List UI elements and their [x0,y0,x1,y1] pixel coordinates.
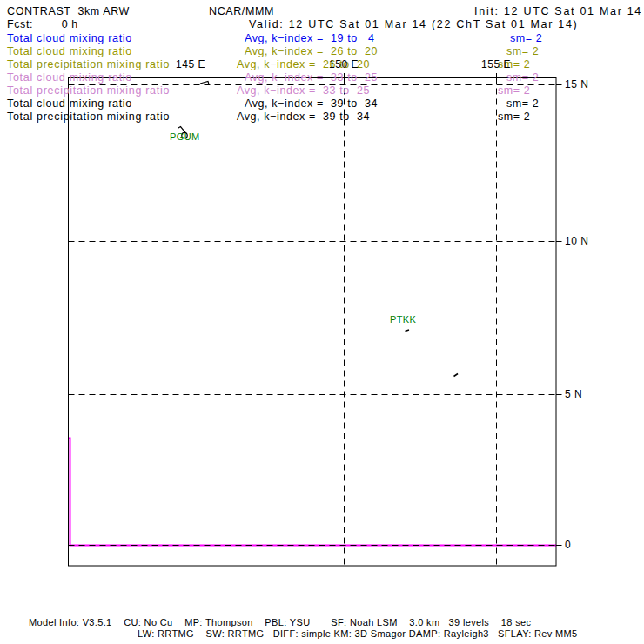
valid-time-label: Valid: 12 UTC Sat 01 Mar 14 (22 ChT Sat … [249,19,578,30]
map-plot [0,0,644,644]
field-kindex: Avg, k−index = 33 to 25 [245,71,378,84]
field-kindex: Avg, k−index = 33 to 25 [237,84,370,97]
lon-label-150e: 150 E [329,58,359,70]
field-row-precip-violet: Total precipitation mixing ratio Avg, k−… [0,84,644,97]
ptkk-station-mark-icon [406,330,410,332]
model-plot-page: CONTRAST 3km ARW NCAR/MMM Init: 12 UTC S… [0,0,644,644]
field-label: Total precipitation mixing ratio [7,111,170,123]
field-smoothing: sm= 2 [506,45,539,57]
lon-label-155e: 155 E [481,58,511,70]
lat-label-5n: 5 N [565,388,582,400]
model-info-line2: LW: RRTMG SW: RRTMG DIFF: simple KM: 3D … [138,628,578,639]
field-label: Total cloud mixing ratio [7,32,132,44]
map-frame [69,73,562,566]
field-label: Total cloud mixing ratio [7,97,132,110]
field-kindex: Avg, k−index = 26 to 20 [245,45,378,57]
lat-label-10n: 10 N [565,235,588,247]
field-label: Total precipitation mixing ratio [7,58,170,70]
map-border [69,78,557,567]
field-label: Total precipitation mixing ratio [7,84,170,97]
field-smoothing: sm= 2 [498,84,530,97]
field-smoothing: sm= 2 [498,111,530,123]
field-smoothing: sm= 2 [506,97,539,110]
field-kindex: Avg, k−index = 39 to 34 [245,97,378,110]
lat-label-0: 0 [565,539,571,551]
field-kindex: Avg, k−index = 39 to 34 [237,111,370,123]
field-kindex: Avg, k−index = 19 to 4 [245,32,375,44]
field-row-precip-black: Total precipitation mixing ratio Avg, k−… [0,111,644,123]
model-info-line1: Model Info: V3.5.1 CU: No Cu MP: Thompso… [29,617,531,627]
station-label-ptkk: PTKK [390,314,416,325]
station-label-pgum: PGUM [170,131,200,142]
field-label: Total cloud mixing ratio [7,71,132,84]
model-title: CONTRAST 3km ARW [7,6,130,17]
lon-label-145e: 145 E [176,58,205,70]
init-time-label: Init: 12 UTC Sat 01 Mar 14 [474,6,642,17]
magenta-contour-line [69,439,557,546]
field-smoothing: sm= 2 [510,32,542,44]
graticule-grid [69,78,557,567]
field-row-cloud-black: Total cloud mixing ratio Avg, k−index = … [0,97,644,110]
field-row-precip-olive: Total precipitation mixing ratio Avg, k−… [0,58,644,70]
lat-label-15n: 15 N [565,78,588,91]
field-smoothing: sm= 2 [506,71,539,84]
station-markers [178,82,459,377]
field-row-cloud-blue: Total cloud mixing ratio Avg, k−index = … [0,32,644,44]
institution-label: NCAR/MMM [209,6,274,17]
small-mark-icon [454,374,459,377]
field-label: Total cloud mixing ratio [7,45,132,57]
field-row-cloud-olive: Total cloud mixing ratio Avg, k−index = … [0,45,644,57]
field-row-cloud-violet: Total cloud mixing ratio Avg, k−index = … [0,71,644,84]
forecast-hour-label: Fcst: 0 h [7,19,78,30]
